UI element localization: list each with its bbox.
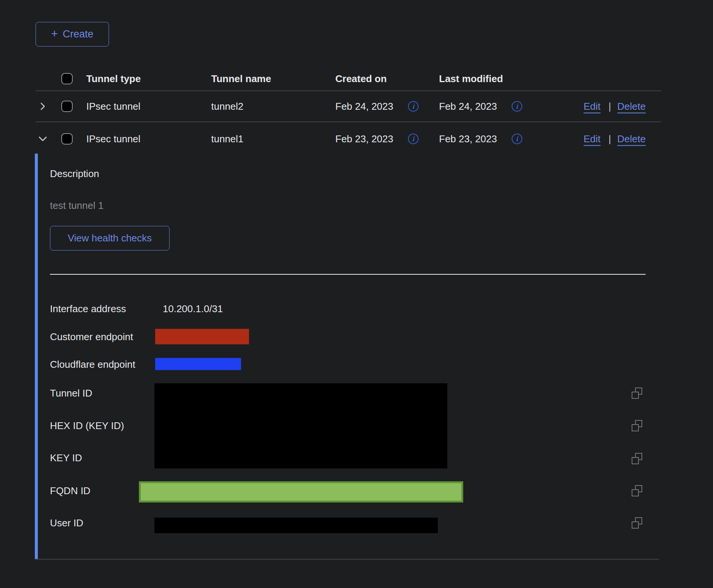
info-icon[interactable]: i — [408, 134, 419, 144]
delete-link[interactable]: Delete — [617, 133, 646, 145]
customer-endpoint-label: Customer endpoint — [50, 330, 133, 343]
copy-icon[interactable] — [631, 485, 643, 497]
table-row-tunnel1: IPsec tunnel tunnel1 Feb 23, 2023 i Feb … — [36, 122, 661, 156]
select-all-checkbox[interactable] — [61, 73, 73, 84]
header-created-on: Created on — [335, 73, 387, 85]
header-last-modified: Last modified — [439, 73, 503, 85]
chevron-down-icon[interactable] — [37, 133, 48, 145]
tunnel-name-cell: tunnel2 — [211, 101, 243, 112]
fqdn-id-label: FQDN ID — [50, 484, 90, 497]
ipsec-tunnels-page: + Create Tunnel type Tunnel name Created… — [0, 0, 713, 588]
last-modified-cell: Feb 23, 2023 — [439, 133, 497, 145]
action-separator: | — [609, 101, 611, 112]
key-id-label: KEY ID — [50, 451, 82, 464]
cloudflare-endpoint-label: Cloudflare endpoint — [50, 358, 135, 371]
create-button-label: Create — [63, 28, 93, 40]
copy-icon[interactable] — [631, 420, 643, 432]
chevron-right-icon[interactable] — [37, 101, 48, 112]
created-on-cell: Feb 24, 2023 — [335, 101, 393, 112]
info-icon[interactable]: i — [512, 134, 522, 144]
edit-link[interactable]: Edit — [584, 133, 601, 145]
copy-icon[interactable] — [631, 387, 643, 400]
table-header: Tunnel type Tunnel name Created on Last … — [36, 68, 661, 89]
tunnel-id-label: Tunnel ID — [50, 387, 92, 400]
user-id-redaction — [154, 518, 438, 533]
tunnel-type-cell: IPsec tunnel — [86, 101, 140, 112]
edit-link[interactable]: Edit — [584, 101, 601, 112]
tunnel-type-cell: IPsec tunnel — [86, 133, 140, 145]
delete-link[interactable]: Delete — [617, 101, 646, 112]
header-tunnel-name: Tunnel name — [211, 73, 271, 85]
info-icon[interactable]: i — [512, 101, 522, 112]
interface-address-label: Interface address — [50, 302, 126, 315]
ids-redaction — [154, 383, 447, 468]
row-checkbox[interactable] — [61, 101, 73, 112]
section-divider — [50, 274, 646, 275]
header-tunnel-type: Tunnel type — [86, 73, 141, 85]
plus-icon: + — [51, 28, 58, 39]
info-icon[interactable]: i — [408, 101, 419, 112]
copy-icon[interactable] — [631, 517, 643, 529]
expanded-row-bottom-divider — [35, 559, 659, 560]
last-modified-cell: Feb 24, 2023 — [439, 101, 497, 112]
created-on-cell: Feb 23, 2023 — [335, 133, 393, 145]
customer-endpoint-redaction — [155, 329, 249, 344]
hex-id-label: HEX ID (KEY ID) — [50, 419, 124, 432]
cloudflare-endpoint-redaction — [155, 358, 241, 370]
row-checkbox[interactable] — [61, 133, 73, 145]
view-health-checks-button[interactable]: View health checks — [50, 226, 170, 250]
table-row-tunnel2: IPsec tunnel tunnel2 Feb 24, 2023 i Feb … — [36, 91, 661, 121]
action-separator: | — [609, 134, 611, 145]
description-label: Description — [50, 167, 99, 180]
fqdn-id-redaction — [139, 481, 463, 502]
expanded-row-accent-bar — [35, 154, 38, 559]
description-value: test tunnel 1 — [50, 199, 104, 212]
create-button[interactable]: + Create — [36, 22, 109, 47]
interface-address-value: 10.200.1.0/31 — [163, 302, 223, 315]
copy-icon[interactable] — [631, 453, 643, 465]
tunnel-name-cell: tunnel1 — [211, 133, 243, 145]
user-id-label: User ID — [50, 516, 83, 529]
